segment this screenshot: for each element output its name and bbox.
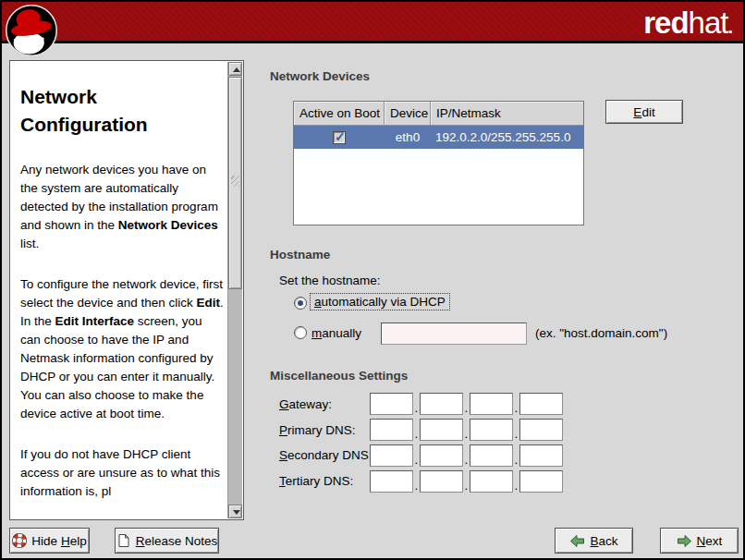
- installer-window: redhat. Network Configuration Any networ…: [0, 0, 745, 560]
- help-p2-bold-edit: Edit: [197, 296, 221, 310]
- scroll-down-button[interactable]: [228, 505, 242, 518]
- help-p1-text-2: list.: [20, 237, 39, 250]
- octet-separator: .: [463, 427, 470, 441]
- primary-dns-octet-4[interactable]: [519, 419, 563, 441]
- next-button-label: Next: [697, 534, 723, 548]
- active-on-boot-cell: [294, 126, 385, 149]
- gateway-octet-1[interactable]: [370, 393, 413, 415]
- next-button[interactable]: Next: [660, 528, 739, 554]
- tertiary-dns-octet-4[interactable]: [519, 470, 563, 493]
- octet-separator: .: [513, 427, 519, 441]
- device-cell: eth0: [385, 126, 431, 149]
- edit-rest: dit: [641, 105, 654, 119]
- back-button-label: Back: [590, 534, 617, 548]
- manually-label[interactable]: manually: [311, 326, 361, 340]
- secondary-dns-rest: econdary DNS:: [287, 448, 372, 462]
- gateway-octet-3[interactable]: [470, 393, 513, 415]
- next-rest: ext: [705, 534, 722, 548]
- primary-dns-octet-3[interactable]: [470, 419, 513, 441]
- tertiary-dns-octet-2[interactable]: [420, 470, 463, 493]
- octet-separator: .: [513, 453, 519, 467]
- primary-dns-underline: P: [279, 423, 287, 437]
- secondary-dns-underline: S: [279, 448, 287, 462]
- active-on-boot-checkbox[interactable]: [333, 131, 346, 144]
- gateway-rest: ateway:: [289, 397, 333, 411]
- help-p1-bold: Network Devices: [118, 218, 218, 232]
- gateway-octet-row: . . .: [370, 393, 563, 415]
- hide-help-rest: elp: [70, 534, 87, 548]
- gateway-octet-4[interactable]: [519, 393, 563, 415]
- hide-help-underline: H: [61, 534, 70, 548]
- set-hostname-label: Set the hostname:: [279, 274, 381, 287]
- document-icon: [116, 533, 131, 548]
- release-notes-underline: R: [136, 534, 145, 548]
- primary-dns-octet-1[interactable]: [370, 419, 413, 441]
- scrollbar-thumb[interactable]: [228, 77, 242, 289]
- secondary-dns-octet-1[interactable]: [370, 444, 413, 467]
- tertiary-dns-octet-1[interactable]: [370, 470, 413, 493]
- scroll-up-button[interactable]: [228, 62, 242, 76]
- brand-light: hat: [689, 6, 728, 40]
- manual-label-rest: anually: [322, 326, 361, 340]
- scrollbar-grip-icon: [231, 176, 239, 187]
- secondary-dns-octet-2[interactable]: [420, 444, 463, 467]
- next-underline: N: [697, 534, 706, 548]
- secondary-dns-octet-3[interactable]: [470, 444, 513, 467]
- tertiary-dns-rest: ertiary DNS:: [286, 474, 354, 488]
- top-banner: redhat.: [2, 2, 743, 43]
- gateway-underline: G: [279, 397, 289, 411]
- back-underline: B: [590, 534, 598, 548]
- help-title: Network Configuration: [20, 83, 226, 139]
- network-devices-table[interactable]: Active on Boot Device IP/Netmask eth0 19…: [293, 101, 584, 225]
- edit-button-label: Edit: [633, 105, 654, 119]
- octet-separator: .: [513, 401, 519, 415]
- tertiary-dns-label: Tertiary DNS:: [279, 474, 353, 488]
- octet-separator: .: [513, 479, 519, 493]
- help-panel: Network Configuration Any network device…: [9, 60, 244, 520]
- column-header-active-on-boot[interactable]: Active on Boot: [294, 102, 385, 126]
- table-row[interactable]: eth0 192.0.2.0/255.255.255.0: [294, 126, 583, 149]
- octet-separator: .: [413, 479, 420, 493]
- primary-dns-octet-2[interactable]: [420, 419, 463, 441]
- redhat-wordmark: redhat.: [643, 6, 732, 43]
- hostname-heading: Hostname: [270, 248, 330, 262]
- release-notes-button[interactable]: Release Notes: [115, 528, 219, 554]
- help-p3-text: If you do not have DHCP client access or…: [20, 447, 220, 498]
- gateway-octet-2[interactable]: [420, 393, 463, 415]
- primary-dns-label: Primary DNS:: [279, 423, 356, 437]
- column-header-ip-netmask[interactable]: IP/Netmask: [431, 102, 583, 126]
- table-header-row: Active on Boot Device IP/Netmask: [294, 102, 583, 126]
- life-ring-icon: [12, 533, 27, 548]
- help-paragraph-3: If you do not have DHCP client access or…: [20, 445, 226, 501]
- brand-bold: red: [643, 6, 688, 40]
- octet-separator: .: [413, 427, 420, 441]
- hostname-input[interactable]: [381, 323, 527, 345]
- release-notes-rest: elease Notes: [144, 534, 217, 548]
- tertiary-dns-octet-3[interactable]: [470, 470, 513, 493]
- tertiary-dns-octet-row: . . .: [370, 470, 563, 493]
- help-p2-text-3: screen, you can choose to have the IP an…: [20, 314, 214, 420]
- redhat-shadowman-logo-icon: [5, 4, 58, 57]
- column-header-device[interactable]: Device: [385, 102, 431, 126]
- auto-label-underline: a: [314, 295, 322, 309]
- edit-button[interactable]: Edit: [605, 100, 683, 124]
- radio-automatically-via-dhcp[interactable]: [294, 297, 307, 310]
- hide-help-button[interactable]: Hide Help: [9, 528, 90, 554]
- primary-dns-rest: rimary DNS:: [287, 423, 356, 437]
- automatically-via-dhcp-label[interactable]: automatically via DHCP: [310, 293, 450, 310]
- scroll-up-icon: [233, 67, 240, 72]
- help-p2-text: To configure the network device, first s…: [20, 277, 223, 310]
- back-rest: ack: [599, 534, 618, 548]
- tertiary-dns-underline: T: [279, 474, 286, 488]
- gateway-label: Gateway:: [279, 397, 332, 411]
- radio-manually[interactable]: [294, 326, 307, 339]
- back-button[interactable]: Back: [555, 528, 633, 554]
- octet-separator: .: [463, 401, 470, 415]
- back-arrow-icon: [569, 534, 585, 548]
- network-devices-heading: Network Devices: [270, 69, 370, 83]
- help-paragraph-1: Any network devices you have on the syst…: [20, 161, 226, 253]
- secondary-dns-octet-4[interactable]: [519, 444, 563, 467]
- next-arrow-icon: [677, 534, 692, 548]
- octet-separator: .: [413, 401, 420, 415]
- help-scrollbar[interactable]: [227, 62, 242, 518]
